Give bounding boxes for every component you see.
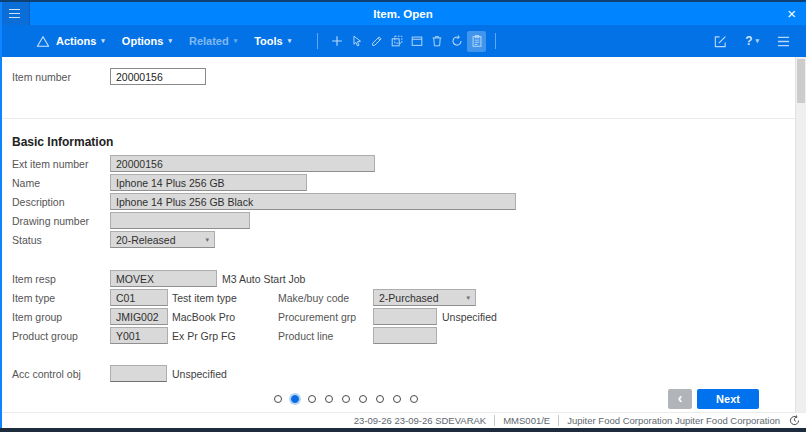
toolbar-separator (317, 33, 318, 49)
status-separator (494, 415, 495, 426)
toolbar: Actions ▾ Options ▾ Related ▾ Tools ▾ (0, 25, 806, 57)
chevron-down-icon: ▾ (101, 37, 105, 45)
page-dot[interactable] (359, 395, 367, 403)
page-dot[interactable] (308, 395, 316, 403)
scrollbar-thumb[interactable] (797, 59, 805, 103)
nav-buttons: ‹ Next (668, 389, 759, 409)
spacer (0, 250, 806, 270)
acc-control-obj-description: Unspecified (172, 368, 227, 380)
ext-item-number-field: 20000156 (110, 155, 375, 172)
key-panel: Item number (0, 57, 806, 85)
field-row-description: Description Iphone 14 Plus 256 GB Black (12, 193, 806, 210)
field-row-ext-item-number: Ext item number 20000156 (12, 155, 806, 172)
vertical-scrollbar[interactable] (795, 57, 806, 412)
status-dropdown: 20-Released ▾ (110, 231, 215, 248)
toolbar-right-group: ? ▾ (711, 31, 806, 52)
refresh-icon[interactable] (447, 31, 466, 52)
page-dots (274, 395, 418, 403)
copy-icon[interactable] (387, 31, 406, 52)
menu-actions[interactable]: Actions ▾ (56, 35, 105, 47)
toolbar-icon-group (327, 31, 486, 52)
procurement-grp-description: Unspecified (442, 311, 497, 323)
chevron-down-icon: ▾ (168, 37, 172, 45)
item-group-description: MacBook Pro (172, 311, 278, 323)
chevron-down-icon: ▾ (234, 37, 238, 45)
item-type-description: Test item type (172, 292, 278, 304)
previous-panel-button[interactable]: ‹ (668, 389, 692, 409)
compose-icon[interactable] (711, 31, 730, 52)
menu-tools[interactable]: Tools ▾ (254, 35, 291, 47)
status-program: MMS001/E (503, 415, 550, 426)
app-window: Item. Open × Actions ▾ Options ▾ Related… (0, 0, 806, 432)
hamburger-menu-button[interactable] (0, 2, 30, 25)
form-content: Item number Basic Information Ext item n… (0, 57, 806, 412)
drawing-number-field (110, 212, 250, 229)
item-number-input[interactable] (110, 68, 206, 85)
select-cursor-icon[interactable] (347, 31, 366, 52)
status-company: Jupiter Food Corporation Jupiter Food Co… (567, 415, 780, 426)
status-bar: 23-09-26 23-09-26 SDEVARAK MMS001/E Jupi… (0, 412, 806, 428)
alert-triangle-icon (36, 35, 50, 48)
menu-related: Related ▾ (189, 35, 237, 47)
panel-footer: ‹ Next (0, 388, 795, 410)
field-row-acc-control-obj: Acc control obj Unspecified (12, 365, 806, 382)
menu-options[interactable]: Options ▾ (122, 35, 172, 47)
field-row-name: Name Iphone 14 Plus 256 GB (12, 174, 806, 191)
page-dot[interactable] (376, 395, 384, 403)
status-separator (558, 415, 559, 426)
window-title: Item. Open (0, 8, 806, 20)
product-line-field (373, 327, 437, 344)
field-row-product-group-line: Product group Y001 Ex Pr Grp FG Product … (12, 327, 806, 344)
window-left-edge (0, 2, 2, 428)
acc-control-obj-field (110, 365, 167, 382)
field-label: Item number (12, 71, 110, 83)
page-dot[interactable] (325, 395, 333, 403)
edit-pencil-icon[interactable] (367, 31, 386, 52)
page-dot[interactable] (342, 395, 350, 403)
field-row-status: Status 20-Released ▾ (12, 231, 806, 248)
chevron-down-icon: ▾ (288, 37, 292, 45)
item-group-field: JMIG002 (110, 308, 168, 325)
item-resp-description: M3 Auto Start Job (222, 273, 305, 285)
close-icon[interactable]: × (777, 6, 806, 21)
menu-lines-icon[interactable] (774, 31, 793, 52)
field-row-item-type-make-buy: Item type C01 Test item type Make/buy co… (12, 289, 806, 306)
history-clock-icon[interactable] (788, 414, 801, 427)
page-dot[interactable] (393, 395, 401, 403)
product-group-description: Ex Pr Grp FG (172, 330, 278, 342)
page-dot[interactable] (274, 395, 282, 403)
dropdown-arrow-icon: ▾ (466, 294, 470, 302)
panel-icon[interactable] (407, 31, 426, 52)
toolbar-separator (495, 33, 496, 49)
help-icon[interactable]: ? ▾ (745, 34, 759, 48)
spacer (0, 346, 806, 365)
chevron-down-icon: ▾ (755, 37, 759, 45)
description-field: Iphone 14 Plus 256 GB Black (110, 193, 516, 210)
next-button[interactable]: Next (697, 389, 759, 409)
plus-icon[interactable] (327, 31, 346, 52)
make-buy-code-dropdown: 2-Purchased ▾ (373, 289, 476, 306)
field-row-item-number: Item number (12, 68, 806, 85)
field-row-drawing-number: Drawing number (12, 212, 806, 229)
title-bar: Item. Open × (0, 2, 806, 25)
item-resp-field: MOVEX (110, 270, 217, 287)
page-dot[interactable] (410, 395, 418, 403)
window-bottom-edge (0, 428, 806, 432)
field-row-item-resp: Item resp MOVEX M3 Auto Start Job (12, 270, 806, 287)
status-timestamp-user: 23-09-26 23-09-26 SDEVARAK (354, 415, 486, 426)
dropdown-arrow-icon: ▾ (205, 236, 209, 244)
trash-icon[interactable] (427, 31, 446, 52)
chevron-left-icon: ‹ (678, 390, 683, 406)
clipboard-icon[interactable] (467, 31, 486, 52)
name-field: Iphone 14 Plus 256 GB (110, 174, 307, 191)
procurement-grp-field (373, 308, 437, 325)
product-group-field: Y001 (110, 327, 168, 344)
page-dot[interactable] (291, 395, 299, 403)
panel-divider (0, 118, 806, 119)
item-type-field: C01 (110, 289, 168, 306)
section-title: Basic Information (12, 135, 806, 149)
field-row-item-group-procurement: Item group JMIG002 MacBook Pro Procureme… (12, 308, 806, 325)
